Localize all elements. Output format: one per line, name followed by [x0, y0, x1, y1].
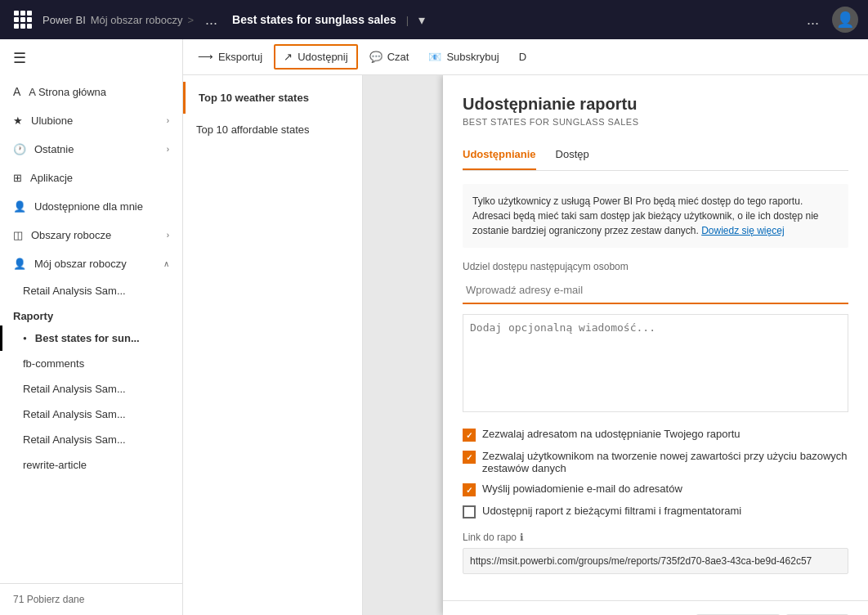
- sidebar-sub-best-states[interactable]: ● Best states for sun...: [0, 325, 182, 351]
- sidebar: ☰ A A Strona główna ★ Ulubione › 🕐 Ostat…: [0, 39, 183, 615]
- checkbox-group: ✓ Zezwalaj adresatom na udostępnianie Tw…: [463, 428, 848, 518]
- sidebar-reports-section: Raporty: [0, 303, 182, 325]
- chat-label: Czat: [387, 51, 409, 63]
- best-states-label: Best states for sun...: [35, 332, 140, 344]
- favorites-chevron: ›: [167, 116, 169, 125]
- toolbar-more-button[interactable]: D: [511, 46, 535, 68]
- powerbi-label: Power BI: [43, 14, 86, 26]
- recent-chevron: ›: [167, 145, 169, 154]
- workspace-label[interactable]: Mój obszar roboczy: [91, 14, 183, 26]
- export-icon: ⟶: [198, 51, 213, 63]
- message-textarea[interactable]: [463, 314, 848, 412]
- export-button[interactable]: ⟶ Eksportuj: [190, 46, 271, 68]
- subscribe-button[interactable]: 📧 Subskrybuj: [420, 46, 507, 68]
- sidebar-header: ☰: [0, 39, 182, 77]
- user-avatar[interactable]: 👤: [832, 7, 858, 33]
- center-content: ⟶ Eksportuj ↗ Udostępnij 💬 Czat 📧 Subskr…: [183, 39, 868, 615]
- report-title: Best states for sunglass sales: [232, 13, 396, 26]
- footer-label: 71 Pobierz dane: [13, 594, 84, 605]
- subscribe-label: Subskrybuj: [446, 51, 499, 63]
- sidebar-item-favorites[interactable]: ★ Ulubione ›: [0, 106, 182, 135]
- sidebar-item-workspaces[interactable]: ◫ Obszary robocze ›: [0, 221, 182, 249]
- my-workspace-label: Mój obszar roboczy: [34, 258, 127, 270]
- share-panel-title: Udostępnianie raportu: [463, 95, 848, 114]
- chat-icon: 💬: [369, 51, 383, 63]
- home-label: A Strona główna: [29, 86, 106, 98]
- sidebar-sub-retail-2[interactable]: Retail Analysis Sam...: [0, 376, 182, 402]
- title-separator: |: [406, 14, 409, 26]
- info-link[interactable]: Dowiedz się więcej: [701, 225, 784, 236]
- recent-icon: 🕐: [13, 143, 26, 155]
- shared-icon: 👤: [13, 200, 26, 213]
- checkbox-label-1: Zezwalaj użytkownikom na tworzenie nowej…: [482, 450, 848, 474]
- checkbox-1[interactable]: ✓: [463, 451, 476, 464]
- my-workspace-chevron: ∧: [163, 259, 169, 268]
- page-item-affordable[interactable]: Top 10 affordable states: [183, 114, 362, 146]
- checkbox-2[interactable]: ✓: [463, 483, 476, 496]
- workspaces-icon: ◫: [13, 229, 23, 241]
- waffle-menu-button[interactable]: [10, 7, 36, 33]
- page-item-weather[interactable]: Top 10 weather states: [183, 82, 362, 114]
- share-panel-footer: Udostępnij Anuluj: [443, 600, 868, 615]
- checkbox-0[interactable]: ✓: [463, 429, 476, 442]
- checkbox-row-1: ✓ Zezwalaj użytkownikom na tworzenie now…: [463, 450, 848, 474]
- rewrite-label: rewrite-article: [23, 459, 87, 471]
- hamburger-button[interactable]: ☰: [13, 50, 26, 66]
- share-button[interactable]: ↗ Udostępnij: [274, 44, 357, 70]
- topbar-options-button[interactable]: ...: [800, 11, 825, 29]
- toolbar-more-label: D: [519, 51, 526, 63]
- subscribe-icon: 📧: [428, 51, 441, 63]
- favorites-icon: ★: [13, 114, 23, 127]
- link-section: Link do rapo ℹ https://msit.powerbi.com/…: [463, 532, 848, 574]
- sidebar-sub-rewrite[interactable]: rewrite-article: [0, 452, 182, 478]
- tab-access[interactable]: Dostęp: [556, 140, 589, 170]
- email-input[interactable]: [463, 277, 848, 304]
- share-tabs: Udostępnianie Dostęp: [463, 140, 848, 171]
- tab-share[interactable]: Udostępnianie: [463, 140, 536, 170]
- title-chevron[interactable]: ▾: [418, 12, 425, 28]
- checkbox-row-3: Udostępnij raport z bieżącymi filtrami i…: [463, 505, 848, 518]
- sidebar-item-apps[interactable]: ⊞ Aplikacje: [0, 164, 182, 192]
- sidebar-sub-fb-comments[interactable]: fb-comments: [0, 351, 182, 376]
- toolbar: ⟶ Eksportuj ↗ Udostępnij 💬 Czat 📧 Subskr…: [183, 39, 868, 75]
- workspaces-chevron: ›: [167, 231, 169, 240]
- topbar-more-dots[interactable]: ...: [200, 11, 222, 29]
- share-label: Udostępnij: [298, 51, 347, 63]
- sidebar-sub-retail-3[interactable]: Retail Analysis Sam...: [0, 402, 182, 427]
- chat-button[interactable]: 💬 Czat: [361, 46, 418, 68]
- share-panel: Udostępnianie raportu BEST STATES FOR SU…: [443, 75, 868, 615]
- fb-comments-label: fb-comments: [23, 357, 84, 370]
- retail-1-label: Retail Analysis Sam...: [23, 285, 126, 297]
- sidebar-sub-retail-4[interactable]: Retail Analysis Sam...: [0, 427, 182, 452]
- share-icon: ↗: [284, 51, 293, 63]
- retail-4-label: Retail Analysis Sam...: [23, 433, 126, 446]
- share-panel-subtitle: BEST STATES FOR SUNGLASS SALES: [463, 117, 848, 127]
- sidebar-footer[interactable]: 71 Pobierz dane: [0, 583, 182, 615]
- link-label: Link do rapo ℹ: [463, 532, 848, 543]
- link-info-icon: ℹ: [520, 532, 524, 543]
- share-panel-header: Udostępnianie raportu BEST STATES FOR SU…: [443, 75, 868, 140]
- report-canvas: Udostępnianie raportu BEST STATES FOR SU…: [363, 75, 868, 615]
- topbar: Power BI Mój obszar roboczy > ... Best s…: [0, 0, 868, 39]
- retail-2-label: Retail Analysis Sam...: [23, 383, 126, 395]
- sidebar-item-my-workspace[interactable]: 👤 Mój obszar roboczy ∧: [0, 249, 182, 278]
- apps-icon: ⊞: [13, 172, 22, 184]
- breadcrumb-separator: >: [187, 14, 194, 26]
- checkbox-row-2: ✓ Wyślij powiadomienie e-mail do adresat…: [463, 483, 848, 496]
- page-weather-label: Top 10 weather states: [199, 92, 309, 104]
- share-panel-body: Tylko użytkownicy z usługą Power BI Pro …: [443, 171, 868, 600]
- sidebar-item-home[interactable]: A A Strona główna: [0, 77, 182, 106]
- sidebar-item-shared[interactable]: 👤 Udostępnione dla mnie: [0, 192, 182, 221]
- sidebar-item-recent[interactable]: 🕐 Ostatnie ›: [0, 135, 182, 164]
- link-url[interactable]: https://msit.powerbi.com/groups/me/repor…: [463, 548, 848, 574]
- waffle-icon: [14, 11, 32, 29]
- page-list: Top 10 weather states Top 10 affordable …: [183, 75, 363, 615]
- checkbox-label-3: Udostępnij raport z bieżącymi filtrami i…: [482, 505, 741, 517]
- sidebar-sub-retail-1[interactable]: Retail Analysis Sam...: [0, 278, 182, 303]
- main-layout: ☰ A A Strona główna ★ Ulubione › 🕐 Ostat…: [0, 39, 868, 615]
- apps-label: Aplikacje: [30, 172, 73, 184]
- home-icon: A: [13, 85, 20, 98]
- shared-label: Udostępnione dla mnie: [34, 200, 143, 213]
- retail-3-label: Retail Analysis Sam...: [23, 408, 126, 420]
- checkbox-3[interactable]: [463, 505, 476, 518]
